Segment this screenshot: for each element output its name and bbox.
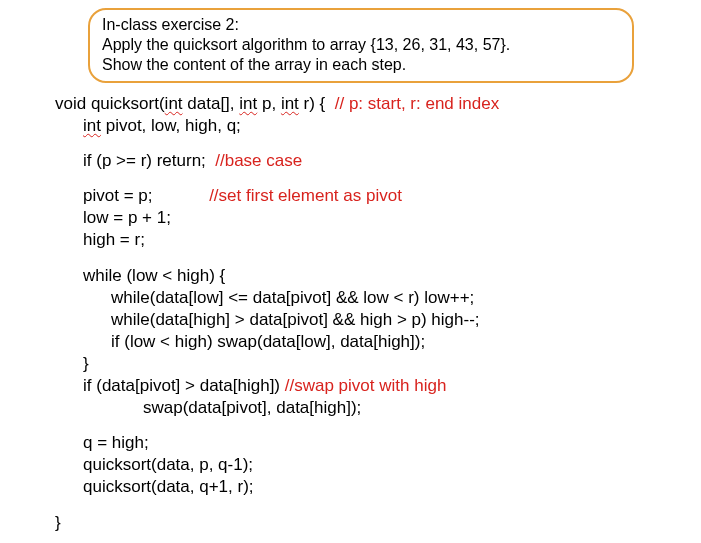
callout-line-3: Show the content of the array in each st…: [102, 55, 620, 75]
callout-line-2: Apply the quicksort algorithm to array {…: [102, 35, 620, 55]
code-while-inner-1: while(data[low] <= data[pivot] && low < …: [55, 287, 701, 309]
callout-line-1: In-class exercise 2:: [102, 15, 620, 35]
code-base-case: if (p >= r) return; //base case: [55, 150, 701, 172]
code-decl: int pivot, low, high, q;: [55, 115, 701, 137]
code-comment: //set first element as pivot: [209, 186, 402, 205]
code-pivot: pivot = p; //set first element as pivot: [55, 185, 701, 207]
code-close-brace: }: [55, 353, 701, 375]
keyword-int: int: [165, 94, 183, 113]
code-if-swap: if (data[pivot] > data[high]) //swap piv…: [55, 375, 701, 397]
code-block: void quicksort(int data[], int p, int r)…: [55, 93, 701, 534]
keyword-int: int: [83, 116, 101, 135]
code-low: low = p + 1;: [55, 207, 701, 229]
keyword-int: int: [239, 94, 257, 113]
code-while-inner-2: while(data[high] > data[pivot] && high >…: [55, 309, 701, 331]
code-high: high = r;: [55, 229, 701, 251]
code-while-inner-3: if (low < high) swap(data[low], data[hig…: [55, 331, 701, 353]
code-swap-call: swap(data[pivot], data[high]);: [55, 397, 701, 419]
code-q: q = high;: [55, 432, 701, 454]
code-rec1: quicksort(data, p, q-1);: [55, 454, 701, 476]
code-comment: // p: start, r: end index: [335, 94, 499, 113]
code-signature: void quicksort(int data[], int p, int r)…: [55, 93, 701, 115]
exercise-callout: In-class exercise 2: Apply the quicksort…: [88, 8, 634, 83]
keyword-int: int: [281, 94, 299, 113]
code-comment: //base case: [215, 151, 302, 170]
code-while-outer: while (low < high) {: [55, 265, 701, 287]
code-comment: //swap pivot with high: [285, 376, 447, 395]
code-close-fn: }: [55, 512, 701, 534]
code-rec2: quicksort(data, q+1, r);: [55, 476, 701, 498]
